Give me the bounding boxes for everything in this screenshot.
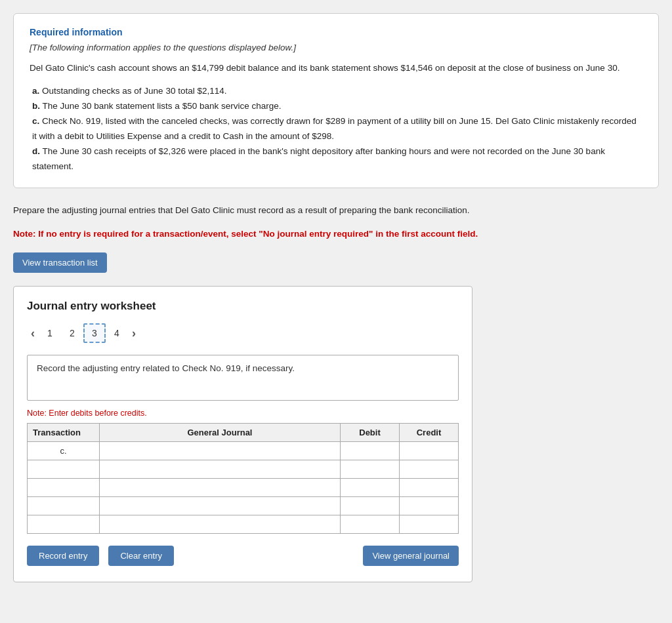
tab-1[interactable]: 1 <box>39 323 61 343</box>
debit-cell-4[interactable] <box>341 515 400 534</box>
credit-cell-1[interactable] <box>400 460 459 479</box>
list-item-b: b. The June 30 bank statement lists a $5… <box>30 99 642 114</box>
debit-input-3[interactable] <box>341 497 399 515</box>
prepare-section: Prepare the adjusting journal entries th… <box>13 204 659 217</box>
prepare-text: Prepare the adjusting journal entries th… <box>13 205 470 215</box>
debit-input-0[interactable] <box>341 442 399 460</box>
transaction-cell-4 <box>28 515 100 534</box>
debit-cell-0[interactable] <box>341 442 400 460</box>
debit-input-4[interactable] <box>341 515 399 533</box>
general-journal-input-1[interactable] <box>100 460 340 478</box>
prev-tab-button[interactable]: ‹ <box>27 325 39 342</box>
description-box: Record the adjusting entry related to Ch… <box>27 355 459 401</box>
list-item-c: c. Check No. 919, listed with the cancel… <box>30 114 642 144</box>
buttons-row: Record entry Clear entry View general jo… <box>27 546 459 566</box>
general-journal-input-0[interactable] <box>100 442 340 460</box>
debit-cell-1[interactable] <box>341 460 400 479</box>
general-journal-input-4[interactable] <box>100 515 340 533</box>
note-debits: Note: Enter debits before credits. <box>27 409 459 418</box>
debit-cell-2[interactable] <box>341 479 400 497</box>
italic-note: [The following information applies to th… <box>30 43 642 52</box>
list-items: a. Outstanding checks as of June 30 tota… <box>30 84 642 174</box>
tab-2[interactable]: 2 <box>61 323 83 343</box>
general-journal-cell-2[interactable] <box>100 479 341 497</box>
col-header-general-journal: General Journal <box>100 424 341 442</box>
tab-3[interactable]: 3 <box>83 323 106 343</box>
col-header-credit: Credit <box>400 424 459 442</box>
credit-input-2[interactable] <box>400 479 458 496</box>
credit-input-3[interactable] <box>400 497 458 515</box>
worksheet-title: Journal entry worksheet <box>27 300 459 313</box>
credit-input-4[interactable] <box>400 515 458 533</box>
general-journal-cell-0[interactable] <box>100 442 341 460</box>
credit-input-0[interactable] <box>400 442 458 460</box>
table-row <box>28 497 459 515</box>
table-row <box>28 515 459 534</box>
col-header-debit: Debit <box>341 424 400 442</box>
credit-input-1[interactable] <box>400 460 458 478</box>
page-container: Required information [The following info… <box>13 13 659 582</box>
list-item-a: a. Outstanding checks as of June 30 tota… <box>30 84 642 99</box>
view-transaction-button[interactable]: View transaction list <box>13 252 107 273</box>
credit-cell-2[interactable] <box>400 479 459 497</box>
list-item-d: d. The June 30 cash receipts of $2,326 w… <box>30 144 642 174</box>
general-journal-input-2[interactable] <box>100 479 340 496</box>
credit-cell-0[interactable] <box>400 442 459 460</box>
table-row <box>28 479 459 497</box>
general-journal-cell-4[interactable] <box>100 515 341 534</box>
debit-cell-3[interactable] <box>341 497 400 515</box>
credit-cell-3[interactable] <box>400 497 459 515</box>
debit-input-1[interactable] <box>341 460 399 478</box>
record-entry-button[interactable]: Record entry <box>27 546 99 566</box>
general-journal-input-3[interactable] <box>100 497 340 515</box>
tab-4[interactable]: 4 <box>106 323 128 343</box>
tabs-row: ‹ 1 2 3 4 › <box>27 323 459 343</box>
table-row: c. <box>28 442 459 460</box>
required-info-box: Required information [The following info… <box>13 13 659 188</box>
transaction-cell-2 <box>28 479 100 497</box>
col-header-transaction: Transaction <box>28 424 100 442</box>
required-info-title: Required information <box>30 27 642 37</box>
buttons-left: Record entry Clear entry <box>27 546 174 566</box>
next-tab-button[interactable]: › <box>128 325 140 342</box>
transaction-cell-1 <box>28 460 100 479</box>
credit-cell-4[interactable] <box>400 515 459 534</box>
note-red: Note: If no entry is required for a tran… <box>13 228 659 241</box>
journal-table: Transaction General Journal Debit Credit… <box>27 423 459 534</box>
transaction-cell-3 <box>28 497 100 515</box>
worksheet-container: Journal entry worksheet ‹ 1 2 3 4 › Reco… <box>13 286 472 582</box>
main-paragraph: Del Gato Clinic's cash account shows an … <box>30 62 642 75</box>
table-row <box>28 460 459 479</box>
general-journal-cell-1[interactable] <box>100 460 341 479</box>
view-general-journal-button[interactable]: View general journal <box>363 546 459 566</box>
general-journal-cell-3[interactable] <box>100 497 341 515</box>
transaction-cell-0: c. <box>28 442 100 460</box>
clear-entry-button[interactable]: Clear entry <box>108 546 174 566</box>
debit-input-2[interactable] <box>341 479 399 496</box>
